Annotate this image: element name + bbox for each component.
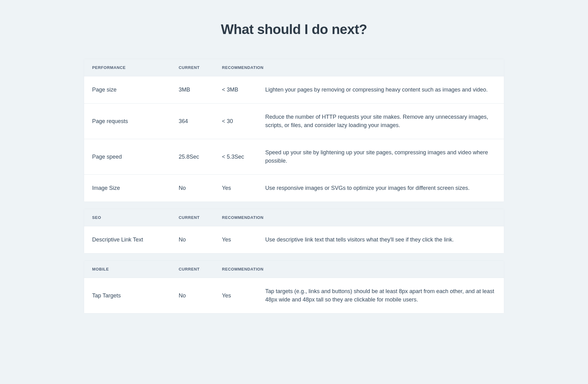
metric-name: Page requests [92, 118, 179, 125]
metric-name: Image Size [92, 185, 179, 191]
table-row: Tap TargetsNoYesTap targets (e.g., links… [84, 278, 504, 313]
metric-description: Speed up your site by lightening up your… [265, 148, 496, 165]
table-row: Descriptive Link TextNoYesUse descriptiv… [84, 226, 504, 253]
metric-recommendation: < 5.3Sec [222, 154, 265, 160]
column-header-recommendation: RECOMMENDATION [222, 215, 265, 220]
section-header: MOBILECURRENTRECOMMENDATION [84, 261, 504, 278]
column-header-current: CURRENT [179, 65, 222, 70]
metric-recommendation: < 3MB [222, 87, 265, 93]
section-performance: PERFORMANCECURRENTRECOMMENDATIONPage siz… [84, 59, 504, 202]
metric-recommendation: < 30 [222, 118, 265, 125]
section-seo: SEOCURRENTRECOMMENDATIONDescriptive Link… [84, 209, 504, 254]
metric-recommendation: Yes [222, 237, 265, 243]
table-row: Image SizeNoYesUse responsive images or … [84, 175, 504, 202]
metric-recommendation: Yes [222, 292, 265, 299]
metric-name: Tap Targets [92, 292, 179, 299]
metric-name: Descriptive Link Text [92, 237, 179, 243]
metric-current: 3MB [179, 87, 222, 93]
metric-current: 25.8Sec [179, 154, 222, 160]
column-header-recommendation: RECOMMENDATION [222, 267, 265, 271]
column-header-recommendation: RECOMMENDATION [222, 65, 265, 70]
metric-recommendation: Yes [222, 185, 265, 191]
metric-name: Page size [92, 87, 179, 93]
category-label: SEO [92, 215, 179, 220]
metric-description: Reduce the number of HTTP requests your … [265, 113, 496, 130]
metric-current: No [179, 292, 222, 299]
section-header: SEOCURRENTRECOMMENDATION [84, 209, 504, 226]
column-header-current: CURRENT [179, 267, 222, 271]
metric-current: 364 [179, 118, 222, 125]
metric-description: Use descriptive link text that tells vis… [265, 236, 496, 244]
table-row: Page speed25.8Sec< 5.3SecSpeed up your s… [84, 139, 504, 175]
metric-description: Use responsive images or SVGs to optimiz… [265, 184, 496, 192]
metric-current: No [179, 237, 222, 243]
metric-name: Page speed [92, 154, 179, 160]
page-title: What should I do next? [84, 22, 504, 37]
metric-description: Lighten your pages by removing or compre… [265, 86, 496, 94]
section-header: PERFORMANCECURRENTRECOMMENDATION [84, 59, 504, 76]
column-header-current: CURRENT [179, 215, 222, 220]
table-row: Page size3MB< 3MBLighten your pages by r… [84, 76, 504, 104]
category-label: PERFORMANCE [92, 65, 179, 70]
metric-description: Tap targets (e.g., links and buttons) sh… [265, 287, 496, 304]
recommendations-panel: What should I do next? PERFORMANCECURREN… [84, 22, 504, 314]
section-mobile: MOBILECURRENTRECOMMENDATIONTap TargetsNo… [84, 260, 504, 314]
category-label: MOBILE [92, 267, 179, 271]
metric-current: No [179, 185, 222, 191]
table-row: Page requests364< 30Reduce the number of… [84, 104, 504, 139]
